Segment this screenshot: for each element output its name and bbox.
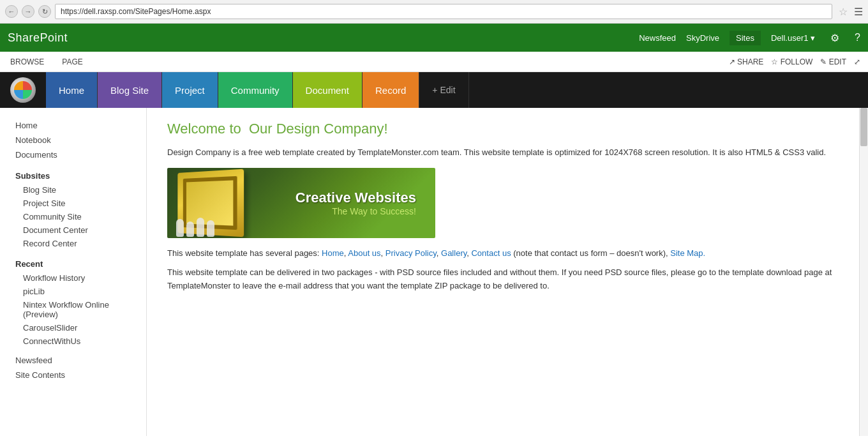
- nav-blog-site[interactable]: Blog Site: [98, 72, 162, 108]
- skydrive-link[interactable]: SkyDrive: [686, 33, 719, 43]
- page-content: Welcome to Our Design Company! Design Co…: [147, 108, 859, 436]
- follow-action[interactable]: ☆ FOLLOW: [771, 57, 812, 66]
- nav-project[interactable]: Project: [162, 72, 218, 108]
- banner-subheading: The Way to Success!: [296, 206, 416, 216]
- banner-heading: Creative Websites: [296, 190, 416, 206]
- main-content: Home Notebook Documents Subsites Blog Si…: [0, 108, 868, 436]
- link-gallery[interactable]: Gallery: [441, 248, 467, 258]
- ribbon: BROWSE PAGE ↗ SHARE ☆ FOLLOW ✎ EDIT ⤢: [0, 52, 868, 72]
- link-privacy[interactable]: Privacy Policy: [385, 248, 437, 258]
- figure-1: [176, 219, 184, 237]
- nav-document[interactable]: Document: [293, 72, 363, 108]
- banner-text: Creative Websites The Way to Success!: [296, 190, 416, 216]
- banner-figures: [176, 218, 214, 237]
- content-para-2: This website template can be delivered i…: [167, 266, 839, 293]
- logo-inner: [14, 81, 32, 99]
- sidebar-item-nintex-workflow[interactable]: Nintex Workflow Online (Preview): [0, 298, 146, 321]
- scrollbar-track: [860, 108, 868, 436]
- welcome-company: Our Design Company!: [249, 121, 388, 137]
- banner-image: Creative Websites The Way to Success!: [167, 168, 435, 238]
- scrollbar[interactable]: [859, 108, 868, 436]
- sidebar-item-community-site[interactable]: Community Site: [0, 210, 146, 223]
- sidebar-item-documents[interactable]: Documents: [0, 147, 146, 162]
- welcome-prefix: Welcome to: [167, 121, 241, 137]
- link-sitemap[interactable]: Site Map.: [670, 248, 705, 258]
- site-navbar: Home Blog Site Project Community Documen…: [0, 72, 868, 108]
- nav-edit[interactable]: + Edit: [419, 72, 468, 108]
- fullscreen-action[interactable]: ⤢: [854, 57, 860, 66]
- recent-section-label: Recent: [0, 254, 146, 271]
- page-tab[interactable]: PAGE: [59, 52, 85, 71]
- content-para-1: This website template has several pages:…: [167, 247, 839, 260]
- browse-tab[interactable]: BROWSE: [8, 52, 47, 71]
- url-text: https://dell.raxsp.com/SitePages/Home.as…: [61, 7, 211, 16]
- nav-record[interactable]: Record: [363, 72, 419, 108]
- forward-button[interactable]: →: [22, 5, 34, 18]
- figure-4: [207, 220, 214, 237]
- link-home[interactable]: Home: [322, 248, 344, 258]
- sidebar-item-record-center[interactable]: Record Center: [0, 237, 146, 250]
- sharepoint-topbar: SharePoint Newsfeed SkyDrive Sites Dell.…: [0, 24, 868, 52]
- sidebar-item-notebook[interactable]: Notebook: [0, 133, 146, 147]
- browser-chrome: ← → ↻ https://dell.raxsp.com/SitePages/H…: [0, 0, 868, 24]
- sidebar: Home Notebook Documents Subsites Blog Si…: [0, 108, 147, 436]
- sidebar-item-document-center[interactable]: Document Center: [0, 223, 146, 237]
- sidebar-item-blog-site[interactable]: Blog Site: [0, 183, 146, 197]
- description-text: Design Company is a free web template cr…: [167, 146, 839, 159]
- logo-circle: [10, 77, 36, 103]
- help-icon[interactable]: ?: [855, 32, 860, 43]
- sidebar-item-home[interactable]: Home: [0, 118, 146, 133]
- settings-icon[interactable]: ⚙: [830, 32, 839, 44]
- figure-3: [197, 218, 204, 237]
- sidebar-item-carouselslider[interactable]: CarouselSlider: [0, 321, 146, 334]
- para1-prefix: This website template has several pages:: [167, 248, 322, 258]
- user-menu[interactable]: Dell.user1 ▾: [771, 33, 815, 43]
- back-button[interactable]: ←: [5, 5, 18, 18]
- subsites-section-label: Subsites: [0, 166, 146, 183]
- site-logo: [0, 72, 46, 108]
- sidebar-item-project-site[interactable]: Project Site: [0, 197, 146, 210]
- nav-home[interactable]: Home: [46, 72, 98, 108]
- sidebar-item-connectwithus[interactable]: ConnectWithUs: [0, 334, 146, 348]
- ribbon-actions: ↗ SHARE ☆ FOLLOW ✎ EDIT ⤢: [729, 57, 860, 66]
- browser-toolbar: ← → ↻ https://dell.raxsp.com/SitePages/H…: [0, 0, 868, 23]
- sidebar-item-workflow-history[interactable]: Workflow History: [0, 271, 146, 285]
- welcome-title: Welcome to Our Design Company!: [167, 121, 839, 137]
- sidebar-item-newsfeed[interactable]: Newsfeed: [0, 353, 146, 368]
- nav-community[interactable]: Community: [218, 72, 293, 108]
- scrollbar-thumb[interactable]: [860, 108, 867, 146]
- share-action[interactable]: ↗ SHARE: [729, 57, 764, 66]
- link-about[interactable]: About us: [348, 248, 380, 258]
- sites-link[interactable]: Sites: [730, 31, 761, 45]
- bookmark-icon[interactable]: ☆: [839, 6, 848, 18]
- newsfeed-link[interactable]: Newsfeed: [639, 33, 676, 43]
- address-bar[interactable]: https://dell.raxsp.com/SitePages/Home.as…: [55, 4, 832, 19]
- top-navigation: Newsfeed SkyDrive Sites Dell.user1 ▾ ⚙ ?: [639, 31, 860, 45]
- sidebar-item-site-contents[interactable]: Site Contents: [0, 368, 146, 382]
- edit-action[interactable]: ✎ EDIT: [820, 57, 846, 66]
- link-contact[interactable]: Contact us: [471, 248, 511, 258]
- figure-2: [186, 222, 194, 237]
- sidebar-item-piclib[interactable]: picLib: [0, 285, 146, 298]
- para1-note: (note that contact us form – doesn't wor…: [513, 248, 668, 258]
- refresh-button[interactable]: ↻: [38, 5, 51, 18]
- app-name: SharePoint: [8, 31, 68, 45]
- browser-menu-icon[interactable]: ☰: [854, 6, 863, 18]
